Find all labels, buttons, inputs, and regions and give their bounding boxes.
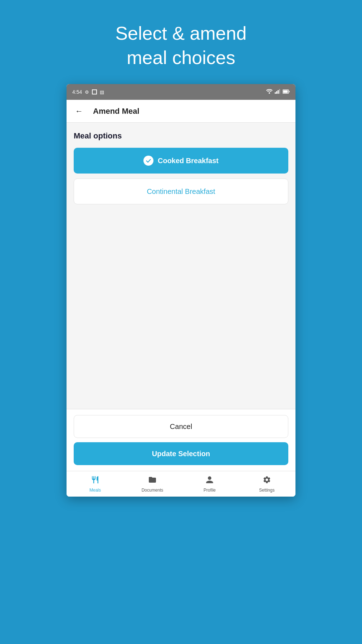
status-bar: 4:54 ⚙ ▤: [67, 84, 295, 100]
continental-breakfast-button[interactable]: Continental Breakfast: [74, 179, 288, 204]
profile-icon: [205, 475, 214, 486]
gear-icon: ⚙: [85, 89, 89, 95]
time-display: 4:54: [72, 89, 82, 95]
phone-mockup: 4:54 ⚙ ▤: [67, 84, 295, 497]
battery-icon: [283, 89, 290, 95]
cancel-button[interactable]: Cancel: [74, 415, 288, 438]
back-button[interactable]: ←: [72, 104, 86, 119]
check-circle-icon: [143, 156, 153, 166]
svg-rect-3: [278, 90, 279, 94]
cooked-breakfast-label: Cooked Breakfast: [158, 157, 219, 165]
page-header: Select & amend meal choices: [87, 0, 275, 84]
app-bar: ← Amend Meal: [67, 100, 295, 123]
nav-settings[interactable]: Settings: [238, 475, 295, 493]
svg-rect-1: [275, 92, 276, 94]
update-selection-button[interactable]: Update Selection: [74, 442, 288, 465]
svg-rect-4: [279, 89, 280, 94]
documents-icon: [148, 475, 157, 486]
signal-icon: [275, 89, 280, 95]
nav-meals[interactable]: Meals: [67, 475, 124, 493]
settings-nav-label: Settings: [259, 488, 274, 493]
wifi-icon: [266, 89, 273, 95]
cooked-breakfast-button[interactable]: Cooked Breakfast: [74, 148, 288, 174]
app-bar-title: Amend Meal: [93, 107, 140, 116]
svg-point-0: [269, 92, 270, 94]
nav-documents[interactable]: Documents: [124, 475, 181, 493]
meals-icon: [91, 475, 99, 486]
nav-profile[interactable]: Profile: [181, 475, 238, 493]
documents-nav-label: Documents: [142, 488, 163, 493]
svg-rect-6: [283, 91, 288, 93]
continental-breakfast-label: Continental Breakfast: [147, 187, 215, 196]
svg-rect-2: [276, 91, 277, 94]
section-title: Meal options: [74, 131, 288, 141]
square-icon: [92, 89, 97, 94]
main-content: Meal options Cooked Breakfast Continenta…: [67, 123, 295, 409]
bottom-actions: Cancel Update Selection: [67, 409, 295, 471]
settings-icon: [263, 475, 271, 486]
svg-rect-7: [289, 91, 290, 92]
bottom-nav: Meals Documents Profile: [67, 471, 295, 497]
sim-icon: ▤: [100, 89, 104, 95]
page-tagline: Select & amend meal choices: [115, 21, 246, 70]
meals-nav-label: Meals: [89, 488, 101, 493]
profile-nav-label: Profile: [204, 488, 216, 493]
